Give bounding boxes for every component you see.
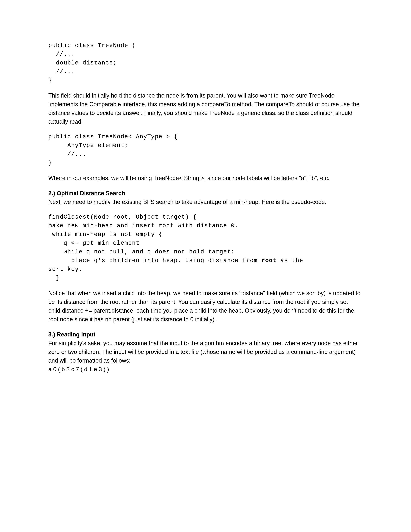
code-3-bold: root bbox=[262, 257, 277, 264]
code-block-1: public class TreeNode { //... double dis… bbox=[48, 41, 363, 85]
code-3a: findClosest(Node root, Object target) { … bbox=[48, 214, 262, 264]
paragraph-5: For simplicity's sake, you may assume th… bbox=[48, 339, 363, 365]
heading-reading-input: 3.) Reading Input bbox=[48, 330, 363, 339]
code-block-2: public class TreeNode< AnyType > { AnyTy… bbox=[48, 133, 363, 167]
paragraph-6: a 0 ( b 3 c 7 ( d 1 e 3 ) ) bbox=[48, 365, 363, 374]
code-block-3: findClosest(Node root, Object target) { … bbox=[48, 213, 363, 283]
paragraph-4: Notice that when we insert a child into … bbox=[48, 289, 363, 324]
heading-optimal-distance: 2.) Optimal Distance Search bbox=[48, 189, 363, 198]
paragraph-2: Where in our examples, we will be using … bbox=[48, 174, 363, 182]
paragraph-3: Next, we need to modify the existing BFS… bbox=[48, 198, 363, 206]
paragraph-1: This field should initially hold the dis… bbox=[48, 91, 363, 126]
